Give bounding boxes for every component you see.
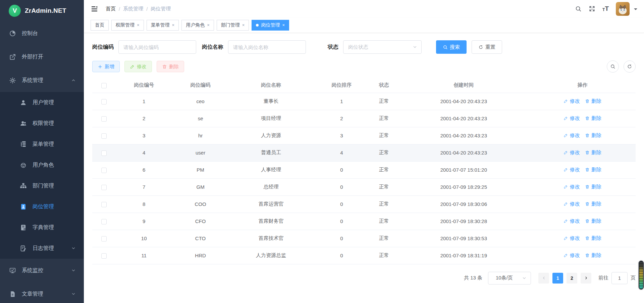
row-delete-label: 删除 — [591, 218, 601, 224]
app-logo[interactable]: V ZrAdmin.NET — [0, 0, 84, 21]
row-checkbox[interactable] — [101, 236, 107, 242]
status-select[interactable]: 岗位状态 — [343, 40, 422, 54]
row-edit-link[interactable]: 修改 — [564, 201, 580, 207]
row-delete-link[interactable]: 删除 — [585, 218, 601, 224]
breadcrumb-item[interactable]: 系统管理 — [123, 6, 143, 12]
row-edit-link[interactable]: 修改 — [564, 252, 580, 259]
fullscreen-icon[interactable] — [589, 5, 595, 12]
edit-button[interactable]: 修改 — [124, 61, 152, 72]
row-delete-link[interactable]: 删除 — [585, 184, 601, 190]
tab-home[interactable]: 首页 — [91, 20, 109, 31]
scrollbar-indicator[interactable] — [639, 261, 644, 290]
search-input-position-name[interactable] — [228, 40, 306, 54]
row-delete-link[interactable]: 删除 — [585, 252, 601, 259]
row-edit-link[interactable]: 修改 — [564, 235, 580, 242]
row-edit-link[interactable]: 修改 — [564, 167, 580, 173]
breadcrumb-item[interactable]: 首页 — [106, 6, 116, 12]
sidebar-item-position-management[interactable]: 岗位管理 — [0, 196, 84, 217]
cell-position-code: COO — [172, 196, 228, 213]
sidebar-item-user-management[interactable]: 用户管理 — [0, 92, 84, 113]
sidebar-item-label: 控制台 — [22, 30, 76, 37]
table-row: 8COO首席运营官0正常2001-07-09 18:30:06修改删除 — [92, 196, 636, 213]
search-input-position-code[interactable] — [118, 40, 196, 54]
tab-close-icon[interactable]: × — [242, 23, 245, 28]
sidebar-collapse-icon[interactable] — [91, 5, 98, 13]
row-edit-link[interactable]: 修改 — [564, 184, 580, 190]
sidebar-item-user-roles[interactable]: 用户角色 — [0, 155, 84, 175]
row-edit-link[interactable]: 修改 — [564, 115, 580, 122]
page-button-1[interactable]: 1 — [552, 273, 563, 284]
tab-menu-management[interactable]: 菜单管理× — [147, 20, 179, 31]
tab-position-management[interactable]: 岗位管理× — [252, 20, 289, 31]
header-checkbox[interactable] — [101, 83, 107, 88]
avatar-dropdown-caret[interactable] — [634, 8, 637, 12]
row-delete-label: 删除 — [591, 235, 601, 242]
row-checkbox[interactable] — [101, 133, 107, 139]
row-checkbox[interactable] — [101, 116, 107, 122]
row-edit-link[interactable]: 修改 — [564, 218, 580, 224]
row-checkbox[interactable] — [101, 185, 107, 190]
row-checkbox[interactable] — [101, 253, 107, 259]
font-size-icon[interactable]: TT — [602, 6, 609, 11]
cell-position-sort: 0 — [313, 247, 370, 264]
search-icon[interactable] — [575, 5, 582, 12]
sidebar-item-permission-management[interactable]: 权限管理 — [0, 113, 84, 134]
row-edit-link[interactable]: 修改 — [564, 98, 580, 104]
tab-close-icon[interactable]: × — [137, 23, 140, 28]
row-edit-link[interactable]: 修改 — [564, 132, 580, 139]
search-field-label: 岗位名称 — [202, 44, 223, 51]
cell-position-code: ceo — [172, 93, 228, 110]
prev-page-button[interactable] — [538, 273, 549, 284]
delete-button[interactable]: 删除 — [157, 61, 184, 72]
tab-close-icon[interactable]: × — [207, 23, 210, 28]
row-checkbox[interactable] — [101, 99, 107, 104]
tabbar: 首页权限管理×菜单管理×用户角色×部门管理×岗位管理× — [84, 17, 644, 33]
sidebar-item-article-management[interactable]: 文章管理 — [0, 282, 84, 303]
row-checkbox[interactable] — [101, 202, 107, 207]
row-delete-link[interactable]: 删除 — [585, 201, 601, 207]
reset-button-label: 重置 — [485, 44, 495, 50]
avatar[interactable] — [616, 2, 630, 16]
sidebar-item-console[interactable]: 控制台 — [0, 21, 84, 45]
search-button-label: 搜索 — [450, 44, 460, 50]
sidebar-item-system-management[interactable]: 系统管理 — [0, 69, 84, 92]
cell-status: 正常 — [370, 247, 398, 264]
row-delete-link[interactable]: 删除 — [585, 98, 601, 104]
row-delete-link[interactable]: 删除 — [585, 149, 601, 156]
add-button[interactable]: 新增 — [92, 61, 120, 72]
sidebar-item-menu-management[interactable]: 菜单管理 — [0, 134, 84, 155]
cell-created-time: 2001-07-09 18:30:53 — [398, 230, 529, 247]
sidebar-item-department-management[interactable]: 部门管理 — [0, 175, 84, 196]
chevron-up-icon — [71, 78, 76, 83]
tab-department-management[interactable]: 部门管理× — [217, 20, 249, 31]
sidebar-item-external-open[interactable]: 外部打开 — [0, 45, 84, 69]
tab-close-icon[interactable]: × — [282, 23, 285, 28]
refresh-icon[interactable] — [624, 60, 636, 73]
tab-user-roles[interactable]: 用户角色× — [181, 20, 214, 31]
page-size-select[interactable]: 10条/页 — [488, 272, 531, 285]
goto-page-input[interactable] — [611, 272, 628, 284]
toggle-search-icon[interactable] — [607, 60, 619, 73]
row-edit-label: 修改 — [570, 98, 580, 104]
row-edit-link[interactable]: 修改 — [564, 149, 580, 156]
row-delete-link[interactable]: 删除 — [585, 235, 601, 242]
row-checkbox[interactable] — [101, 219, 107, 224]
sidebar-item-log-management[interactable]: 日志管理 — [0, 238, 84, 259]
tab-permission-management[interactable]: 权限管理× — [111, 20, 144, 31]
tab-close-icon[interactable]: × — [172, 23, 175, 28]
sidebar-nav: 控制台外部打开系统管理用户管理权限管理菜单管理用户角色部门管理岗位管理字典管理日… — [0, 21, 84, 303]
row-delete-link[interactable]: 删除 — [585, 115, 601, 122]
sidebar-item-system-monitoring[interactable]: 系统监控 — [0, 259, 84, 282]
sidebar-item-dictionary-management[interactable]: 字典管理 — [0, 217, 84, 238]
cell-created-time: 2001-04-20 20:43:23 — [398, 127, 529, 144]
page-button-2[interactable]: 2 — [567, 273, 577, 284]
row-checkbox[interactable] — [101, 168, 107, 173]
next-page-button[interactable] — [581, 273, 591, 284]
reset-button[interactable]: 重置 — [472, 40, 502, 54]
row-delete-link[interactable]: 删除 — [585, 132, 601, 139]
row-delete-link[interactable]: 删除 — [585, 167, 601, 173]
row-checkbox[interactable] — [101, 150, 107, 156]
cell-position-name: 普通员工 — [229, 144, 314, 161]
sidebar-item-label: 菜单管理 — [33, 141, 76, 148]
search-button[interactable]: 搜索 — [436, 40, 467, 54]
